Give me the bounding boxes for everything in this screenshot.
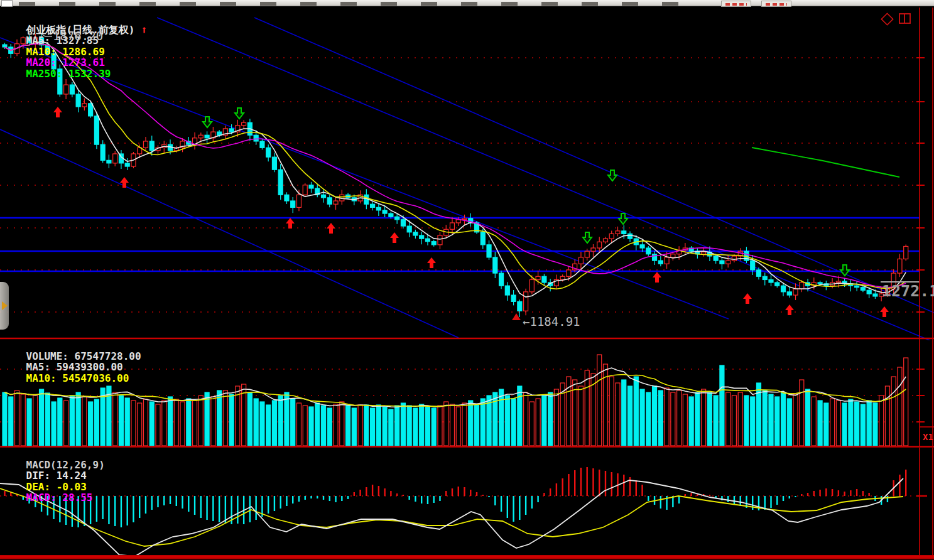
ma10-value: MA10: 1286.69: [26, 46, 105, 58]
volume-value: VOLUME: 67547728.00: [26, 350, 141, 362]
main-chart-header: 创业板指(日线.前复权)⬆ MA5: 1327.85 MA10: 1286.69…: [2, 13, 153, 90]
high-price-label: 1876.20: [53, 30, 103, 43]
low-price-label: ←1184.91: [523, 315, 580, 328]
volume-ma10-value: MA10: 54547036.00: [26, 372, 129, 384]
sidebar-expand-handle[interactable]: [0, 282, 9, 330]
ma20-value: MA20: 1273.61: [26, 57, 105, 68]
volume-ma5-value: MA5: 59439300.00: [26, 361, 123, 373]
last-price-label: 1272.1: [882, 283, 934, 300]
macd-name: MACD(12,26,9): [26, 459, 105, 471]
expand-arrow-icon: [2, 301, 8, 310]
volume-pane-header: VOLUME: 67547728.00 MA5: 59439300.00 MA1…: [2, 340, 149, 395]
zoom-state-label[interactable]: X1: [923, 433, 933, 442]
dif-value: DIF: 14.24: [26, 470, 87, 482]
dea-value: DEA: -0.03: [26, 481, 87, 493]
macd-value: MACD: 28.55: [26, 492, 93, 503]
signal-up-arrow-icon: ⬆: [141, 23, 147, 36]
trading-app-window: 创业板指(日线.前复权)⬆ MA5: 1327.85 MA10: 1286.69…: [0, 0, 934, 560]
macd-pane-canvas[interactable]: [0, 448, 934, 560]
ma250-value: MA250: 1532.39: [26, 68, 111, 80]
macd-pane-header: MACD(12,26,9) DIF: 14.24 DEA: -0.03 MACD…: [2, 448, 112, 515]
